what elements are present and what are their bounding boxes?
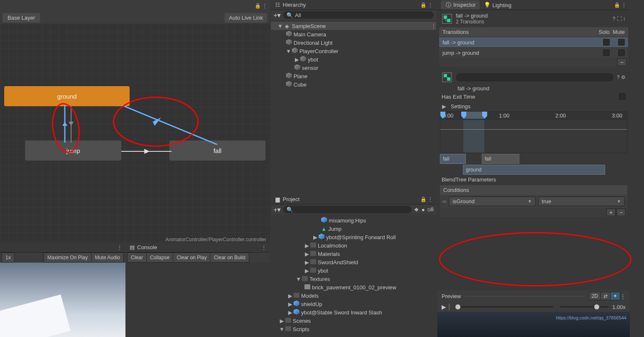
project-tab[interactable]: Project xyxy=(283,196,299,202)
svg-marker-11 xyxy=(461,112,466,119)
asset-row[interactable]: ▶ybot@Stable Sword Inward Slash xyxy=(271,308,436,317)
speed-label: 1.00x xyxy=(612,304,626,310)
asset-row[interactable]: ▼Scripts xyxy=(271,325,436,333)
transition-icon xyxy=(442,13,452,24)
gameobject-row[interactable]: Plane xyxy=(271,72,436,80)
speed-slider[interactable] xyxy=(560,306,609,308)
preview-menu[interactable]: ⋮ xyxy=(620,293,626,299)
transition-timeline[interactable]: 0:00 1:00 2:00 3:00 xyxy=(440,111,627,153)
gameobject-row[interactable]: Directional Light xyxy=(271,38,436,47)
state-fall[interactable]: fall xyxy=(169,140,266,161)
asset-row[interactable]: ▶Models xyxy=(271,291,436,300)
folder-icon: ▆ xyxy=(274,196,281,203)
svg-marker-5 xyxy=(153,117,161,126)
asset-row[interactable]: ▶ybot@Sprinting Forward Roll xyxy=(271,233,436,241)
bulb-icon: 💡 xyxy=(484,2,491,8)
animator-panel: 🔒 ⋮ Base Layer Auto Live Link ground jum… xyxy=(0,0,270,243)
info-icon: ⓘ xyxy=(445,2,452,8)
clear-on-build-button[interactable]: Clear on Build xyxy=(210,253,249,263)
state-ground[interactable]: ground xyxy=(4,86,130,106)
auto-live-link-button[interactable]: Auto Live Link xyxy=(225,13,267,23)
svg-marker-7 xyxy=(144,149,150,154)
mute-button[interactable]: Mute Audio xyxy=(92,253,124,263)
tab-inspector[interactable]: ⓘInspector xyxy=(441,0,480,10)
condition-param-dropdown[interactable]: isGround▼ xyxy=(449,197,535,206)
mute-checkbox[interactable] xyxy=(618,49,625,56)
scene-row[interactable]: ▼◈SampleScene⋮ xyxy=(271,22,436,30)
state-jump[interactable]: jump xyxy=(25,140,121,161)
project-panel: ▆ Project 🔒 ⋮ +▾ 🔍 ❖ ● ⦸8 mixamorig:Hips… xyxy=(271,194,436,337)
ik-button[interactable]: ⇄ xyxy=(601,292,611,300)
solo-checkbox[interactable] xyxy=(603,39,610,46)
play-button[interactable]: ▶ xyxy=(442,304,446,310)
clip-strip[interactable]: fall xyxy=(440,154,466,164)
create-dropdown[interactable]: +▾ xyxy=(273,206,281,214)
clear-button[interactable]: Clear xyxy=(127,253,147,263)
has-exit-time-checkbox[interactable] xyxy=(619,93,626,100)
asset-path-label: AnimatorController/PlayerController.cont… xyxy=(166,237,266,243)
collapse-button[interactable]: Collapse xyxy=(147,253,174,263)
settings-foldout[interactable]: ▶ xyxy=(442,104,447,109)
gameobject-row[interactable]: Cube xyxy=(271,80,436,89)
svg-marker-12 xyxy=(482,112,487,119)
filter-icon[interactable]: ❖ xyxy=(414,207,419,213)
transition-count: 2 Transitions xyxy=(456,19,488,25)
transition-item[interactable]: jump -> ground xyxy=(439,47,628,58)
transition-item[interactable]: fall -> ground xyxy=(439,37,628,47)
game-panel: ⋮ 1x Maximize On Play Mute Audio xyxy=(0,243,125,337)
hierarchy-tab[interactable]: Hierarchy xyxy=(283,2,306,8)
transition-name: fall -> ground xyxy=(456,13,488,19)
scale-label: 1x xyxy=(2,253,15,263)
add-condition-button[interactable]: + xyxy=(606,209,616,216)
asset-row[interactable]: ▶Localmotion xyxy=(271,241,436,250)
maximize-button[interactable]: Maximize On Play xyxy=(43,253,92,263)
transition-icon xyxy=(442,72,452,83)
clip-strip[interactable]: ground xyxy=(463,165,605,175)
avatar-button[interactable]: ✦ xyxy=(611,292,620,300)
asset-row[interactable]: ▼Textures xyxy=(271,275,436,283)
svg-line-4 xyxy=(121,105,217,145)
tab-lighting[interactable]: 💡Lighting xyxy=(480,0,516,10)
gameobject-row[interactable]: ▼PlayerController xyxy=(271,47,436,55)
gameobject-row[interactable]: Main Camera xyxy=(271,30,436,38)
sub-search[interactable] xyxy=(456,73,613,82)
hierarchy-search[interactable]: 🔍All xyxy=(283,11,434,19)
asset-row[interactable]: ▲Jump xyxy=(271,225,436,233)
create-dropdown[interactable]: +▾ xyxy=(273,11,281,19)
gameobject-row[interactable]: ▶ybot xyxy=(271,55,436,64)
hidden-icon[interactable]: ⦸8 xyxy=(427,206,434,213)
remove-button[interactable]: − xyxy=(617,59,626,66)
blendtree-params-label: BlendTree Parameters xyxy=(437,174,630,183)
solo-checkbox[interactable] xyxy=(603,49,610,56)
time-slider[interactable] xyxy=(455,306,553,308)
asset-row[interactable]: ▶Materials xyxy=(271,250,436,258)
svg-marker-1 xyxy=(62,122,67,126)
hierarchy-panel: ☷ Hierarchy 🔒 ⋮ +▾ 🔍All ▼◈SampleScene⋮ M… xyxy=(271,0,436,194)
console-icon: ▤ xyxy=(129,244,135,251)
clip-strip[interactable]: fall xyxy=(482,154,519,164)
2d-button[interactable]: 2D xyxy=(589,292,601,300)
animator-graph[interactable]: ground jump fall AnimatorController/Play… xyxy=(0,23,270,243)
project-search[interactable]: 🔍 xyxy=(283,206,411,213)
conditions-header: Conditions xyxy=(440,185,627,195)
gameobject-row[interactable]: sensor xyxy=(271,64,436,72)
mute-checkbox[interactable] xyxy=(618,39,625,46)
asset-row[interactable]: ▶ybot xyxy=(271,266,436,275)
asset-row[interactable]: mixamorig:Hips xyxy=(271,216,436,225)
asset-row[interactable]: ▶SwordAndShield xyxy=(271,258,436,266)
condition-value-dropdown[interactable]: true▼ xyxy=(538,197,625,206)
remove-condition-button[interactable]: − xyxy=(616,209,626,216)
svg-marker-3 xyxy=(69,122,74,126)
asset-row[interactable]: ▶Scenes xyxy=(271,317,436,325)
unity-icon: ◈ xyxy=(284,23,290,29)
hierarchy-icon: ☷ xyxy=(274,2,281,8)
label-icon[interactable]: ● xyxy=(422,207,425,213)
clear-on-play-button[interactable]: Clear on Play xyxy=(173,253,210,263)
asset-row[interactable]: ▶shieldUp xyxy=(271,300,436,308)
asset-row[interactable]: brick_pavement_0100_02_preview xyxy=(271,283,436,291)
has-exit-time-label: Has Exit Time xyxy=(442,94,613,100)
console-tab[interactable]: Console xyxy=(137,244,157,250)
sub-transition-name: fall -> ground xyxy=(437,85,630,92)
breadcrumb[interactable]: Base Layer xyxy=(3,13,40,23)
preview-label: Preview xyxy=(442,293,461,299)
